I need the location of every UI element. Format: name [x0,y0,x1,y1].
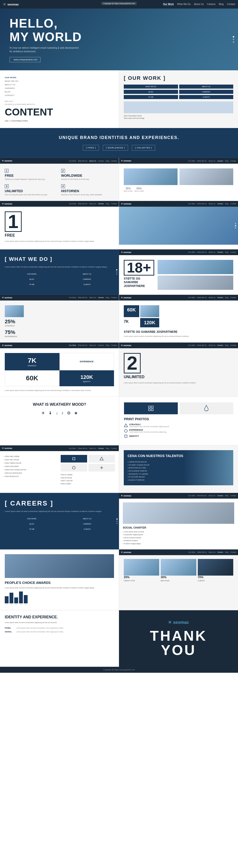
ml6-4[interactable]: Careers [98,297,104,298]
ml4-5[interactable]: Blog [225,203,229,205]
ml3-5[interactable]: Blog [106,203,109,205]
ml11-2[interactable]: What We Do [197,495,207,496]
ml2-what[interactable]: What We Do [197,160,207,162]
ml12-3[interactable]: About Us [209,551,215,553]
ml2-ourwork[interactable]: Our Work [188,160,195,162]
btn-what-we-do[interactable]: WHAT WE DO [124,85,178,89]
sidebar-nav-our-work[interactable]: OUR WORK [5,76,114,79]
ml8-2[interactable]: What We Do [78,344,87,346]
ml4-2[interactable]: What We Do [197,203,207,205]
car-btn-1[interactable]: OUR WORK [5,517,59,521]
ml3-6[interactable]: Contact [111,203,117,205]
ml5-1[interactable]: Our Work [188,251,195,253]
ml1-about[interactable]: About Us [89,160,96,162]
ml9-2[interactable]: What We Do [197,344,207,346]
car-btn-5[interactable]: TO ME [5,527,59,531]
ml1-careers[interactable]: Careers [98,160,104,162]
nav-about-us[interactable]: About Us [194,3,204,6]
ml2-contact[interactable]: Contact [230,160,236,162]
hero-dot-2[interactable] [233,39,234,40]
ml3-4[interactable]: Careers [98,203,104,205]
ml4-3[interactable]: About Us [209,203,215,205]
ml4-1[interactable]: Our Work [188,203,195,205]
wwd-btn-3[interactable]: BLOG [5,277,59,281]
ml12-2[interactable]: What We Do [197,551,207,553]
ml6-2[interactable]: What We Do [78,297,87,298]
ml9-6[interactable]: Contact [230,344,236,346]
ml2-careers[interactable]: Careers [217,160,223,162]
ml7-2[interactable]: What We Do [197,297,207,298]
ml8-6[interactable]: Contact [111,344,117,346]
sidebar-nav-careers[interactable]: CAREERS [5,87,114,90]
ml5-3[interactable]: About Us [209,251,215,253]
nav-blog[interactable]: Blog [219,3,224,6]
sidebar-nav-blog[interactable]: BLOG [5,90,114,93]
car-btn-4[interactable]: CAREERS [60,522,114,526]
ml7-5[interactable]: Blog [225,297,229,298]
ml6-6[interactable]: Contact [111,297,117,298]
wwd-btn-1[interactable]: OUR WORK [5,272,59,276]
sidebar-nav-what[interactable]: WHAT WE DO [5,80,114,83]
ml11-1[interactable]: Our Work [188,495,195,496]
wwd-btn-5[interactable]: TO ME [5,282,59,286]
ml2-blog[interactable]: Blog [225,160,229,162]
hero-button[interactable]: www.companyname.com [9,57,41,62]
btn-to-me[interactable]: TO ME [124,95,178,99]
ml1-ourwork[interactable]: Our Work [69,160,76,162]
sidebar-nav-contact[interactable]: CONTACT [5,94,114,97]
ml9-5[interactable]: Blog [225,344,229,346]
nav-careers[interactable]: Careers [207,3,216,6]
ml8-4[interactable]: Careers [98,344,104,346]
ml9-3[interactable]: About Us [209,344,215,346]
ml5-5[interactable]: Blog [225,251,229,253]
car-btn-2[interactable]: ABOUT US [60,517,114,521]
wwd-btn-2[interactable]: ABOUT US [60,272,114,276]
ml10-6[interactable]: Contact [111,447,117,449]
ml4-4[interactable]: Careers [217,203,223,205]
ml6-3[interactable]: About Us [89,297,96,298]
ml8-3[interactable]: About Us [89,344,96,346]
btn-blog[interactable]: BLOG [124,90,178,94]
nav-what-we-do[interactable]: What We Do [177,3,191,6]
ml4-6[interactable]: Contact [230,203,236,205]
ml8-5[interactable]: Blog [106,344,109,346]
hero-dot-1[interactable] [233,36,234,37]
btn-careers[interactable]: CAREERS [179,90,234,94]
ml9-1[interactable]: Our Work [188,344,195,346]
ml7-4[interactable]: Careers [217,297,223,298]
ml6-5[interactable]: Blog [106,297,109,298]
ml11-4[interactable]: Careers [217,495,223,496]
ml5-4[interactable]: Careers [217,251,223,253]
ml5-2[interactable]: What We Do [197,251,207,253]
nav-contact[interactable]: Contact [227,3,235,6]
ml5-6[interactable]: Contact [230,251,236,253]
ml1-what[interactable]: What We Do [78,160,87,162]
car-btn-6[interactable]: CLIENTS [60,527,114,531]
ml12-1[interactable]: Our Work [188,551,195,553]
ml1-blog[interactable]: Blog [106,160,109,162]
ml8-1[interactable]: Our Work [69,344,76,346]
car-btn-3[interactable]: BLOG [5,522,59,526]
btn-clients[interactable]: CLIENTS [179,95,234,99]
ml7-6[interactable]: Contact [230,297,236,298]
ml12-6[interactable]: Contact [230,551,236,553]
ml11-6[interactable]: Contact [230,495,236,496]
ml3-1[interactable]: Our Work [69,203,76,205]
ml7-1[interactable]: Our Work [188,297,195,298]
ml11-3[interactable]: About Us [209,495,215,496]
ml3-3[interactable]: About Us [89,203,96,205]
ml9-4[interactable]: Careers [217,344,223,346]
ml2-about[interactable]: About Us [209,160,215,162]
ml1-contact[interactable]: Contact [111,160,117,162]
hero-dot-3[interactable] [233,41,234,43]
ml7-3[interactable]: About Us [209,297,215,298]
ml10-2[interactable]: What We Do [78,447,87,449]
wwd-btn-6[interactable]: CLIENTS [60,282,114,286]
ml10-1[interactable]: Our Work [69,447,76,449]
btn-about-us[interactable]: ABOUT US [179,85,234,89]
ml10-3[interactable]: About Us [89,447,96,449]
ml11-5[interactable]: Blog [225,495,229,496]
ml12-4[interactable]: Careers [217,551,223,553]
ml12-5[interactable]: Blog [225,551,229,553]
nav-our-work[interactable]: Our Work [163,3,174,6]
